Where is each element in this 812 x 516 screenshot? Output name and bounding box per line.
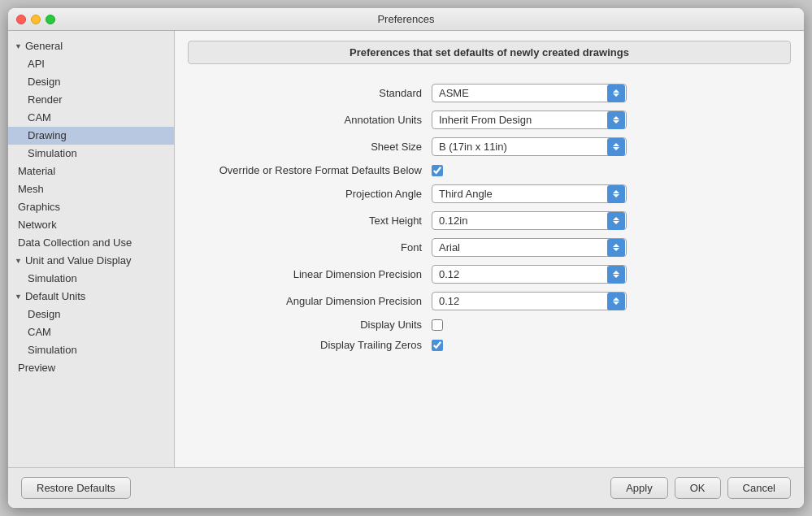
- sidebar-item-render[interactable]: Render: [8, 91, 174, 109]
- font-select[interactable]: Arial Times New Roman Courier New: [432, 238, 627, 257]
- sidebar-item-cam[interactable]: CAM: [8, 109, 174, 127]
- sidebar-item-api[interactable]: API: [8, 55, 174, 73]
- sidebar-item-label: Unit and Value Display: [25, 254, 132, 268]
- sidebar-item-design[interactable]: Design: [8, 73, 174, 91]
- sidebar-item-unit-simulation[interactable]: Simulation: [8, 270, 174, 288]
- sheet-size-select[interactable]: A B (17in x 11in) C D E A4 A3 A2 A1: [432, 137, 627, 156]
- maximize-button[interactable]: [46, 15, 55, 24]
- display-units-label: Display Units: [204, 319, 432, 331]
- display-units-control: [432, 319, 443, 331]
- angular-dimension-control: [432, 292, 627, 310]
- triangle-icon: ▼: [15, 289, 22, 304]
- annotation-units-select-wrapper: Inherit From Design in mm cm: [432, 111, 627, 129]
- sidebar-item-label: Simulation: [28, 146, 77, 161]
- sidebar-item-graphics[interactable]: Graphics: [8, 198, 174, 216]
- angular-dimension-label: Angular Dimension Precision: [204, 295, 432, 307]
- footer: Restore Defaults Apply OK Cancel: [8, 467, 804, 508]
- sidebar-item-data-collection[interactable]: Data Collection and Use: [8, 234, 174, 252]
- display-units-checkbox[interactable]: [432, 319, 443, 331]
- sidebar-item-network[interactable]: Network: [8, 216, 174, 234]
- standard-control: ASME ISO DIN JIS: [432, 84, 627, 102]
- text-height-row: Text Height: [204, 211, 775, 230]
- preferences-window: Preferences ▼ General API Design Render …: [8, 8, 804, 508]
- display-units-row: Display Units: [204, 319, 775, 331]
- display-trailing-zeros-checkbox[interactable]: [432, 340, 443, 351]
- sidebar-item-label: Material: [18, 164, 55, 179]
- sidebar-item-label: Simulation: [28, 343, 77, 358]
- font-control: Arial Times New Roman Courier New: [432, 238, 627, 257]
- font-row: Font Arial Times New Roman Courier New: [204, 238, 775, 257]
- linear-dimension-input[interactable]: [432, 265, 627, 284]
- minimize-button[interactable]: [31, 15, 41, 24]
- sheet-size-label: Sheet Size: [204, 141, 432, 153]
- sidebar-item-default-design[interactable]: Design: [8, 306, 174, 323]
- sidebar-item-material[interactable]: Material: [8, 163, 174, 180]
- cancel-button[interactable]: Cancel: [727, 477, 791, 499]
- override-row: Override or Restore Format Defaults Belo…: [204, 164, 775, 176]
- override-label: Override or Restore Format Defaults Belo…: [204, 164, 432, 176]
- override-checkbox-wrapper: [432, 165, 443, 176]
- standard-label: Standard: [204, 87, 432, 99]
- projection-angle-select[interactable]: First Angle Third Angle: [432, 184, 627, 203]
- sidebar-item-label: Default Units: [25, 289, 85, 304]
- override-checkbox[interactable]: [432, 165, 443, 176]
- sidebar-item-default-cam[interactable]: CAM: [8, 323, 174, 341]
- sidebar-item-label: Preview: [18, 361, 55, 375]
- triangle-icon: ▼: [15, 254, 22, 268]
- restore-defaults-button[interactable]: Restore Defaults: [21, 477, 131, 499]
- display-trailing-zeros-control: [432, 340, 443, 351]
- main-content: ▼ General API Design Render CAM Drawing …: [8, 31, 804, 467]
- standard-row: Standard ASME ISO DIN JIS: [204, 84, 775, 102]
- standard-select-wrapper: ASME ISO DIN JIS: [432, 84, 627, 102]
- text-height-input[interactable]: [432, 211, 627, 230]
- sidebar-item-general[interactable]: ▼ General: [8, 37, 174, 55]
- standard-select[interactable]: ASME ISO DIN JIS: [432, 84, 627, 102]
- sidebar-item-default-units[interactable]: ▼ Default Units: [8, 288, 174, 306]
- annotation-units-label: Annotation Units: [204, 114, 432, 126]
- sidebar-item-label: Simulation: [28, 271, 77, 286]
- sidebar-item-label: Network: [18, 218, 57, 232]
- ok-button[interactable]: OK: [675, 477, 721, 499]
- triangle-icon: ▼: [15, 39, 22, 54]
- sidebar-item-label: CAM: [28, 325, 51, 340]
- angular-dimension-row: Angular Dimension Precision: [204, 292, 775, 310]
- sidebar-item-preview[interactable]: Preview: [8, 359, 174, 377]
- linear-dimension-control: [432, 265, 627, 284]
- sidebar-item-label: Render: [28, 93, 63, 107]
- close-button[interactable]: [16, 15, 26, 24]
- annotation-units-control: Inherit From Design in mm cm: [432, 111, 627, 129]
- projection-angle-select-wrapper: First Angle Third Angle: [432, 184, 627, 203]
- display-trailing-zeros-label: Display Trailing Zeros: [204, 339, 432, 351]
- sidebar-item-label: API: [28, 57, 45, 72]
- sidebar-item-label: Graphics: [18, 200, 60, 215]
- apply-button[interactable]: Apply: [610, 477, 668, 499]
- sheet-size-control: A B (17in x 11in) C D E A4 A3 A2 A1: [432, 137, 627, 156]
- text-height-select-wrapper: [432, 211, 627, 230]
- sidebar-item-label: General: [25, 39, 63, 54]
- footer-right: Apply OK Cancel: [610, 477, 791, 499]
- sidebar-item-label: Design: [28, 307, 60, 322]
- sidebar-item-default-simulation[interactable]: Simulation: [8, 341, 174, 359]
- sidebar-item-label: Drawing: [28, 128, 67, 143]
- projection-angle-row: Projection Angle First Angle Third Angle: [204, 184, 775, 203]
- angular-dimension-input[interactable]: [432, 292, 627, 310]
- sidebar-item-drawing[interactable]: Drawing: [8, 127, 174, 145]
- panel-header: Preferences that set defaults of newly c…: [188, 41, 791, 64]
- annotation-units-row: Annotation Units Inherit From Design in …: [204, 111, 775, 129]
- sidebar-item-simulation[interactable]: Simulation: [8, 145, 174, 163]
- footer-left: Restore Defaults: [21, 477, 610, 499]
- sidebar-item-mesh[interactable]: Mesh: [8, 180, 174, 198]
- projection-angle-label: Projection Angle: [204, 188, 432, 200]
- font-label: Font: [204, 241, 432, 254]
- linear-dimension-select-wrapper: [432, 265, 627, 284]
- linear-dimension-row: Linear Dimension Precision: [204, 265, 775, 284]
- form-area: Standard ASME ISO DIN JIS: [188, 77, 791, 457]
- font-select-wrapper: Arial Times New Roman Courier New: [432, 238, 627, 257]
- linear-dimension-label: Linear Dimension Precision: [204, 268, 432, 280]
- annotation-units-select[interactable]: Inherit From Design in mm cm: [432, 111, 627, 129]
- traffic-lights: [16, 15, 55, 24]
- display-trailing-zeros-row: Display Trailing Zeros: [204, 339, 775, 351]
- sidebar-item-unit-value[interactable]: ▼ Unit and Value Display: [8, 252, 174, 270]
- sidebar-item-label: Mesh: [18, 182, 44, 197]
- override-control: [432, 165, 443, 176]
